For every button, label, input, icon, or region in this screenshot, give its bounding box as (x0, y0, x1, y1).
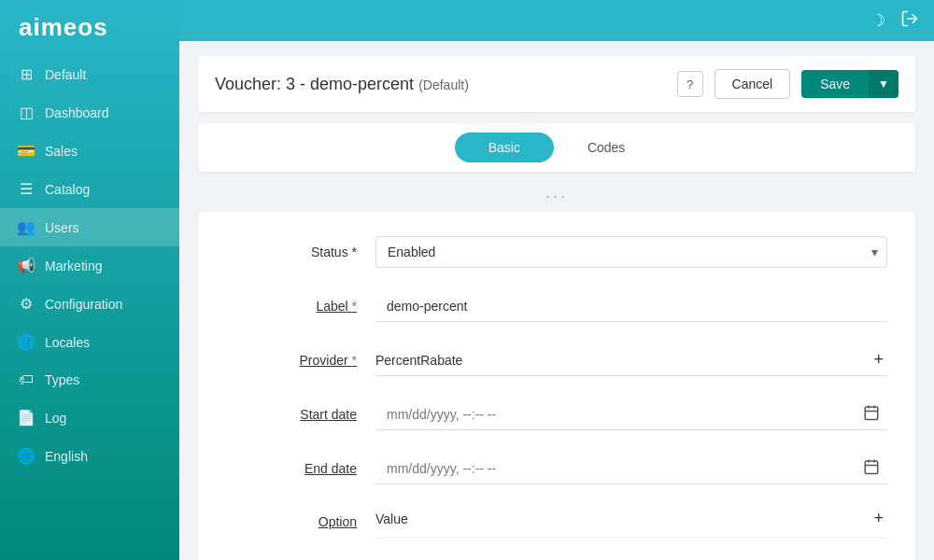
dark-mode-icon[interactable]: ☽ (870, 10, 885, 31)
sidebar-label-catalog: Catalog (45, 182, 90, 197)
status-row: Status * Enabled Disabled ▾ (226, 234, 887, 270)
types-icon: 🏷 (17, 371, 35, 388)
sidebar-item-sales[interactable]: 💳 Sales (0, 132, 179, 170)
sidebar-label-dashboard: Dashboard (45, 105, 109, 120)
value-label: Value (375, 511, 408, 526)
sidebar-item-catalog[interactable]: ☰ Catalog (0, 170, 179, 208)
start-date-control (375, 399, 887, 430)
option-add-icon[interactable]: + (870, 505, 887, 532)
sidebar-item-types[interactable]: 🏷 Types (0, 361, 179, 399)
sidebar-item-default[interactable]: ⊞ Default (0, 55, 179, 93)
sidebar-item-configuration[interactable]: ⚙ Configuration (0, 285, 179, 323)
sidebar: aimeos ⊞ Default ◫ Dashboard 💳 Sales ☰ C… (0, 0, 179, 560)
sidebar-item-dashboard[interactable]: ◫ Dashboard (0, 93, 179, 132)
dashboard-icon: ◫ (17, 104, 35, 121)
provider-text: Provider (300, 353, 352, 368)
end-date-control (375, 454, 887, 484)
catalog-icon: ☰ (17, 180, 35, 198)
provider-row: Provider * + (226, 343, 887, 378)
log-icon: 📄 (17, 409, 35, 427)
end-date-label: End date (226, 461, 375, 476)
english-icon: 🌐 (17, 447, 35, 465)
locales-icon: 🌐 (17, 333, 35, 351)
voucher-title: Voucher: 3 - demo-percent (215, 75, 414, 93)
tabs-card: Basic Codes (198, 123, 915, 172)
sidebar-item-locales[interactable]: 🌐 Locales (0, 323, 179, 361)
start-date-row: Start date (226, 397, 887, 432)
header-card: Voucher: 3 - demo-percent (Default) ? Ca… (198, 56, 915, 112)
label-label: Label * (226, 299, 375, 314)
page-title: Voucher: 3 - demo-percent (Default) (215, 75, 666, 94)
tab-codes[interactable]: Codes (554, 133, 658, 162)
logo-bold: eos (64, 13, 108, 41)
provider-required-star: * (352, 353, 357, 368)
main-content: ☽ Voucher: 3 - demo-percent (Default) ? … (179, 0, 934, 560)
sidebar-item-users[interactable]: 👥 Users (0, 208, 179, 246)
default-badge: (Default) (418, 77, 469, 92)
end-date-input[interactable] (375, 454, 887, 484)
content-area: Voucher: 3 - demo-percent (Default) ? Ca… (179, 41, 934, 560)
sidebar-label-users: Users (45, 220, 79, 235)
sales-icon: 💳 (17, 142, 35, 160)
help-button[interactable]: ? (677, 71, 703, 97)
sidebar-item-log[interactable]: 📄 Log (0, 399, 179, 437)
end-date-row: End date (226, 451, 887, 486)
status-label: Status * (226, 245, 375, 259)
start-date-input[interactable] (375, 399, 887, 430)
status-control: Enabled Disabled ▾ (375, 236, 887, 268)
status-select[interactable]: Enabled Disabled (375, 236, 887, 268)
users-icon: 👥 (17, 218, 35, 236)
sidebar-label-locales: Locales (45, 335, 90, 350)
sidebar-nav: ⊞ Default ◫ Dashboard 💳 Sales ☰ Catalog … (0, 51, 179, 560)
sidebar-label-log: Log (45, 411, 66, 426)
provider-add-icon[interactable]: + (870, 346, 887, 373)
provider-input-group: + (375, 345, 887, 376)
save-button[interactable]: Save (801, 70, 869, 98)
provider-label: Provider * (226, 353, 375, 368)
cancel-button[interactable]: Cancel (715, 69, 791, 99)
form-card: Status * Enabled Disabled ▾ Label * (198, 212, 915, 560)
dots-row: ... (198, 183, 915, 203)
topbar: ☽ (179, 0, 934, 41)
sidebar-item-english[interactable]: 🌐 English (0, 437, 179, 475)
sidebar-label-english: English (45, 449, 88, 464)
option-value-row: Option Value + (226, 505, 887, 539)
logout-icon[interactable] (900, 9, 919, 33)
grid-icon: ⊞ (17, 65, 35, 83)
marketing-icon: 📢 (17, 257, 35, 274)
provider-control: + (375, 345, 887, 376)
sidebar-item-marketing[interactable]: 📢 Marketing (0, 246, 179, 285)
dots: ... (545, 183, 568, 202)
tab-basic[interactable]: Basic (455, 133, 554, 162)
required-star: * (352, 299, 357, 314)
sidebar-label-default: Default (45, 67, 86, 82)
sidebar-label-types: Types (45, 372, 79, 387)
label-control (375, 291, 887, 322)
logo: aimeos (0, 0, 179, 51)
provider-input[interactable] (375, 345, 870, 375)
configuration-icon: ⚙ (17, 295, 35, 313)
label-input[interactable] (375, 291, 887, 322)
sidebar-label-marketing: Marketing (45, 259, 102, 273)
save-button-group: Save ▼ (801, 70, 899, 98)
sidebar-label-sales: Sales (45, 144, 78, 159)
label-text: Label (316, 299, 351, 314)
save-dropdown-button[interactable]: ▼ (869, 70, 899, 98)
start-date-label: Start date (226, 407, 375, 422)
label-row: Label * (226, 288, 887, 324)
logo-text: aim (19, 13, 64, 41)
sidebar-label-configuration: Configuration (45, 297, 122, 312)
value-col: Value + (375, 505, 887, 539)
option-label: Option (226, 514, 375, 529)
